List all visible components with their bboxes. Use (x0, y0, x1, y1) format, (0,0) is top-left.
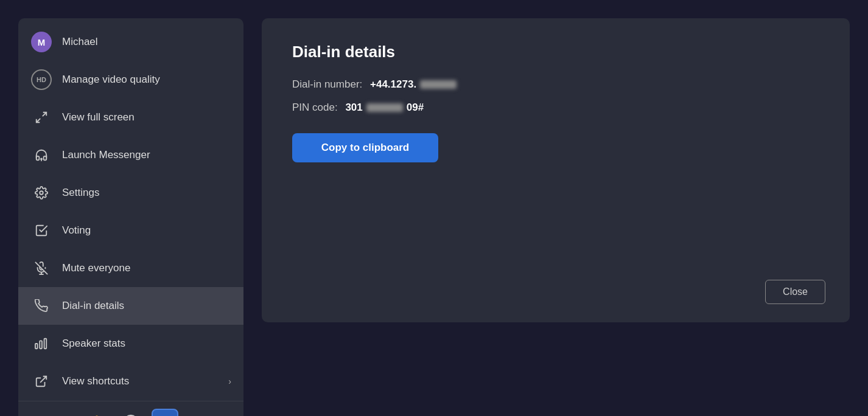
sidebar-item-dialin[interactable]: Dial-in details (18, 287, 243, 325)
headset-icon (30, 144, 52, 166)
svg-point-4 (40, 191, 43, 195)
sidebar-item-label: Dial-in details (62, 300, 124, 312)
dialin-pin-label: PIN code: (292, 102, 338, 114)
sidebar-item-label: Manage video quality (62, 74, 160, 86)
user-avatar: M (31, 32, 52, 52)
sidebar-item-label: Voting (62, 224, 91, 237)
dialin-pin-prefix: 301 (345, 102, 362, 114)
stats-icon (30, 333, 52, 355)
dialin-number-prefix: +44.1273. (370, 78, 416, 91)
shield-button[interactable] (83, 409, 110, 416)
sidebar-item-michael[interactable]: M Michael (18, 23, 243, 61)
avatar-icon: M (30, 31, 52, 53)
svg-rect-9 (40, 341, 42, 348)
sidebar-item-fullscreen[interactable]: View full screen (18, 99, 243, 136)
copy-to-clipboard-button[interactable]: Copy to clipboard (292, 133, 438, 162)
svg-line-0 (43, 113, 46, 116)
dialin-number-blurred (420, 80, 457, 89)
svg-line-1 (37, 119, 40, 122)
sidebar-item-video-quality[interactable]: HD Manage video quality (18, 61, 243, 99)
sidebar-item-label: Settings (62, 187, 99, 199)
sidebar-item-messenger[interactable]: Launch Messenger (18, 136, 243, 174)
svg-point-2 (40, 158, 43, 161)
close-button[interactable]: Close (765, 280, 825, 304)
globe-button[interactable] (117, 409, 144, 416)
shortcuts-icon (30, 370, 52, 392)
sidebar-item-label: Mute everyone (62, 262, 130, 274)
dialin-number-row: Dial-in number: +44.1273. (292, 78, 819, 91)
dialin-title: Dial-in details (292, 43, 819, 61)
sidebar-item-shortcuts[interactable]: View shortcuts › (18, 362, 243, 400)
more-button[interactable] (152, 409, 178, 416)
sidebar-item-settings[interactable]: Settings (18, 174, 243, 212)
dialin-panel: Dial-in details Dial-in number: +44.1273… (262, 18, 850, 322)
dialin-pin-blurred (366, 103, 403, 112)
sidebar-item-label: View shortcuts (62, 375, 129, 387)
sidebar-item-mute-everyone[interactable]: Mute everyone (18, 249, 243, 287)
fullscreen-icon (30, 106, 52, 128)
sidebar-item-label: Speaker stats (62, 338, 125, 350)
menu-panel: M Michael HD Manage video quality View f… (18, 18, 243, 416)
dialin-pin-suffix: 09# (407, 102, 424, 114)
dialin-pin-row: PIN code: 301 09# (292, 102, 819, 114)
arrow-icon: › (228, 376, 231, 386)
hd-icon: HD (30, 69, 52, 91)
sidebar-item-voting[interactable]: Voting (18, 212, 243, 249)
sidebar-item-label: Michael (62, 36, 98, 48)
phone-icon (30, 295, 52, 317)
mute-icon (30, 257, 52, 279)
sidebar-item-label: View full screen (62, 111, 135, 123)
dialin-number-label: Dial-in number: (292, 78, 362, 91)
menu-toolbar (18, 401, 243, 416)
sidebar-item-speaker-stats[interactable]: Speaker stats (18, 325, 243, 362)
svg-rect-8 (35, 344, 38, 348)
svg-rect-10 (44, 339, 47, 349)
voting-icon (30, 220, 52, 241)
sidebar-item-label: Launch Messenger (62, 149, 150, 161)
gear-icon (30, 182, 52, 204)
